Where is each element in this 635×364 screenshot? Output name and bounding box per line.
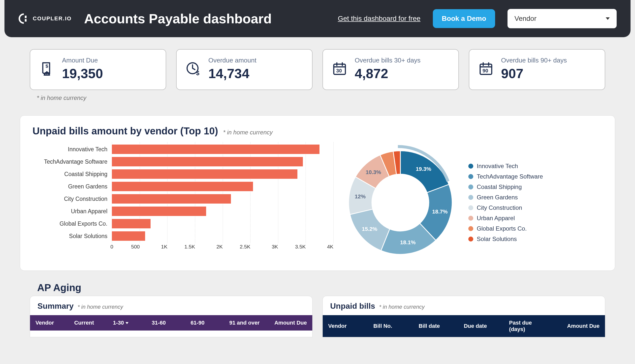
axis-tick: 3.5K (278, 244, 306, 250)
legend-label: City Construction (477, 204, 522, 211)
svg-text:90: 90 (482, 68, 488, 73)
donut-chart: 19.3%18.7%18.1%15.2%12%10.3% (341, 143, 460, 262)
column-header[interactable]: Vendor (328, 323, 373, 329)
column-header[interactable]: Amount Due (268, 320, 307, 326)
unpaid-subtitle: * in home currency (379, 304, 424, 310)
kpi-label: Overdue amount (208, 56, 257, 64)
legend-swatch-icon (468, 174, 473, 179)
axis-tick: 500 (112, 244, 140, 250)
legend-item: Urban Apparel (468, 215, 543, 222)
column-header[interactable]: Current (74, 320, 113, 326)
bar-chart: Innovative TechTechAdvantage SoftwareCoa… (33, 143, 333, 250)
bar-fill (112, 219, 151, 228)
kpi-value: 4,872 (355, 66, 420, 81)
bar-row: Global Exports Co. (33, 218, 333, 230)
bar-label: Green Gardens (33, 183, 112, 190)
bar-label: Solar Solutions (33, 233, 112, 240)
axis-tick: 1.5K (167, 244, 195, 250)
kpi-note: * in home currency (37, 94, 605, 102)
bar-label: Innovative Tech (33, 146, 112, 153)
legend-swatch-icon (468, 205, 473, 210)
bar-row: Green Gardens (33, 180, 333, 193)
legend-item: Coastal Shipping (468, 184, 543, 190)
legend-swatch-icon (468, 236, 473, 242)
ap-aging-tables: Summary * in home currency VendorCurrent… (30, 296, 605, 337)
unpaid-title: Unpaid bills (330, 302, 375, 311)
donut-chart-wrap: 19.3%18.7%18.1%15.2%12%10.3% Innovative … (341, 143, 602, 262)
bar-fill (112, 144, 319, 154)
svg-rect-0 (25, 16, 27, 18)
kpi-label: Overdue bills 90+ days (501, 56, 567, 64)
summary-table: Summary * in home currency VendorCurrent… (30, 296, 313, 337)
vendor-filter-select[interactable]: Vendor (507, 9, 617, 28)
slice-label: 10.3% (366, 169, 381, 176)
coupler-logo-icon (18, 13, 29, 24)
legend-label: Green Gardens (477, 194, 518, 201)
book-demo-button[interactable]: Book a Demo (433, 9, 495, 28)
bar-fill (112, 169, 297, 179)
column-header[interactable]: Amount Due (554, 323, 599, 329)
svg-text:$: $ (196, 70, 199, 76)
calendar-30-icon: 30 (331, 61, 348, 77)
unpaid-bills-card: Unpaid bills amount by vendor (Top 10) *… (20, 115, 615, 271)
summary-subtitle: * in home currency (78, 304, 123, 310)
summary-table-header[interactable]: VendorCurrent1-3031-6061-9091 and overAm… (30, 315, 312, 330)
legend-item: Innovative Tech (468, 163, 543, 170)
get-dashboard-link[interactable]: Get this dashboard for free (338, 15, 420, 22)
bar-label: Coastal Shipping (33, 171, 112, 178)
kpi-band: $Amount Due19,350$Overdue amount14,73430… (30, 44, 605, 108)
page-title: Accounts Payable dashboard (84, 11, 272, 26)
slice-label: 12% (355, 194, 366, 200)
column-header[interactable]: 91 and over (229, 320, 268, 326)
column-header[interactable]: Bill No. (373, 323, 418, 329)
bar-row: Innovative Tech (33, 143, 333, 156)
bar-label: City Construction (33, 196, 112, 202)
bar-row: Coastal Shipping (33, 168, 333, 180)
svg-rect-1 (25, 19, 27, 22)
bar-label: TechAdvantage Software (33, 158, 112, 165)
axis-tick: 4K (306, 244, 334, 250)
column-header[interactable]: Vendor (36, 320, 74, 326)
clock-dollar-icon: $ (185, 61, 201, 77)
axis-tick: 3K (251, 244, 278, 250)
column-header[interactable]: Bill date (419, 323, 464, 329)
slice-label: 18.7% (432, 208, 447, 215)
bar-fill (112, 182, 253, 191)
legend-label: Global Exports Co. (477, 225, 527, 232)
unpaid-table-header[interactable]: VendorBill No.Bill dateDue datePast due(… (323, 315, 605, 337)
axis-tick: 0 (110, 244, 111, 250)
bar-fill (112, 206, 206, 216)
axis-tick: 2K (195, 244, 223, 250)
receipt-alert-icon: $ (39, 61, 55, 77)
slice-label: 19.3% (416, 166, 431, 172)
legend-item: City Construction (468, 204, 543, 211)
legend-swatch-icon (468, 195, 473, 200)
bar-row: TechAdvantage Software (33, 156, 333, 168)
column-header[interactable]: 61-90 (191, 320, 229, 326)
legend-item: Global Exports Co. (468, 225, 543, 232)
donut-legend: Innovative TechTechAdvantage SoftwareCoa… (468, 163, 543, 242)
column-header[interactable]: 1-30 (113, 320, 152, 326)
column-header[interactable]: Due date (464, 323, 509, 329)
legend-swatch-icon (468, 164, 473, 168)
slice-label: 15.2% (362, 226, 377, 232)
bar-fill (112, 231, 145, 241)
kpi-label: Overdue bills 30+ days (355, 56, 420, 64)
kpi-card: 30Overdue bills 30+ days4,872 (322, 49, 459, 90)
vendor-filter-label: Vendor (514, 15, 536, 22)
kpi-value: 907 (501, 66, 567, 81)
legend-swatch-icon (468, 226, 473, 231)
legend-label: TechAdvantage Software (477, 173, 543, 180)
column-header[interactable]: 31-60 (152, 320, 191, 326)
legend-label: Solar Solutions (477, 236, 517, 242)
legend-swatch-icon (468, 216, 473, 221)
unpaid-bills-table: Unpaid bills * in home currency VendorBi… (322, 296, 605, 337)
column-header[interactable]: Past due(days) (509, 320, 554, 332)
kpi-value: 19,350 (62, 66, 103, 81)
bar-label: Urban Apparel (33, 208, 112, 215)
svg-text:$: $ (46, 63, 48, 68)
kpi-card: $Amount Due19,350 (30, 49, 166, 90)
legend-item: Green Gardens (468, 194, 543, 201)
brand-text: COUPLER.IO (33, 15, 72, 22)
top-bar: COUPLER.IO Accounts Payable dashboard Ge… (5, 0, 630, 37)
